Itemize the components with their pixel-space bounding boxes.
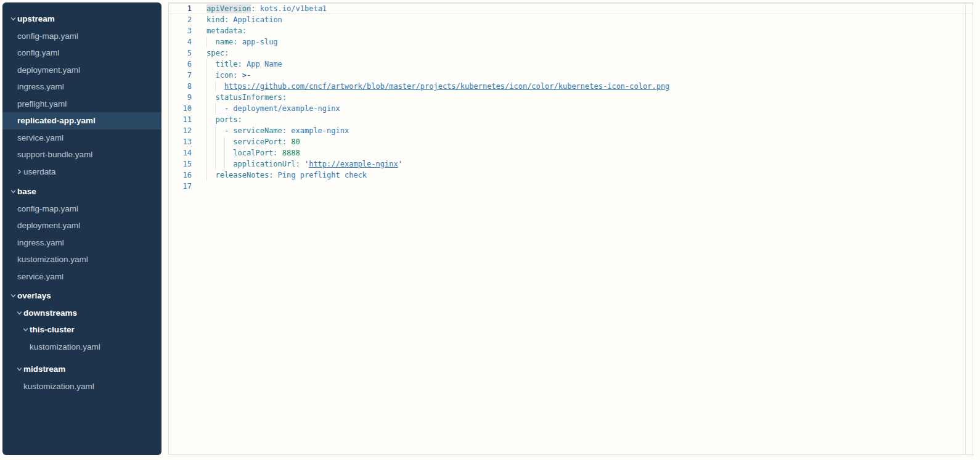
tree-file-service-yaml[interactable]: service.yaml [2, 268, 161, 285]
tree-file-kustomization-yaml[interactable]: kustomization.yaml [2, 339, 161, 356]
tree-file-replicated-app-yaml[interactable]: replicated-app.yaml [2, 112, 161, 129]
tree-file-ingress-yaml[interactable]: ingress.yaml [2, 78, 161, 96]
code-line-2[interactable]: 2kind: Application [169, 14, 973, 25]
tree-folder-this-cluster[interactable]: this-cluster [2, 321, 161, 339]
indent-guide [206, 125, 215, 136]
tree-item-label: midstream [23, 364, 65, 374]
tree-file-kustomization-yaml[interactable]: kustomization.yaml [2, 251, 161, 268]
code-line-17[interactable]: 17 [169, 181, 973, 192]
line-number: 8 [169, 81, 192, 92]
tree-folder-midstream[interactable]: midstream [2, 361, 161, 378]
token-num: 8888 [282, 149, 300, 157]
tree-item-label: userdata [23, 167, 56, 176]
code-line-9[interactable]: 9statusInformers: [169, 92, 973, 103]
indent-guide [206, 147, 215, 158]
indent-guide [206, 81, 215, 92]
code-line-7[interactable]: 7icon: >- [169, 70, 973, 81]
tree-item-label: replicated-app.yaml [17, 116, 96, 125]
code-line-11[interactable]: 11ports: [169, 114, 973, 125]
code-editor[interactable]: 1apiVersion: kots.io/v1beta12kind: Appli… [169, 3, 973, 454]
tree-file-deployment-yaml[interactable]: deployment.yaml [2, 217, 161, 234]
token-plain [300, 160, 304, 168]
code-line-16[interactable]: 16releaseNotes: Ping preflight check [169, 170, 973, 181]
tree-file-config-map-yaml[interactable]: config-map.yaml [2, 28, 161, 45]
token-val: example-nginx [291, 126, 349, 135]
tree-file-deployment-yaml[interactable]: deployment.yaml [2, 62, 161, 79]
tree-file-service-yaml[interactable]: service.yaml [2, 129, 161, 147]
tree-item-label: overlays [17, 291, 51, 300]
tree-folder-overlays[interactable]: overlays [2, 287, 161, 305]
file-tree-sidebar: upstreamconfig-map.yamlconfig.yamldeploy… [2, 2, 161, 455]
token-plain [238, 71, 242, 80]
tree-file-config-map-yaml[interactable]: config-map.yaml [2, 200, 161, 218]
code-line-3[interactable]: 3metadata: [169, 25, 973, 36]
url-link[interactable]: https://github.com/cncf/artwork/blob/mas… [224, 82, 669, 91]
token-punct: ' [398, 160, 402, 168]
token-val: Application [233, 15, 282, 24]
token-punct: - [224, 104, 233, 113]
indent-guide [206, 70, 215, 81]
token-plain [273, 171, 277, 179]
code-line-14[interactable]: 14localPort: 8888 [169, 147, 973, 158]
tree-item-label: base [17, 187, 36, 196]
line-number: 9 [169, 92, 192, 103]
indent-guide [206, 92, 215, 103]
line-number: 5 [169, 47, 192, 59]
indent-guide [215, 147, 224, 158]
token-key: serviceName: [233, 126, 287, 135]
tree-file-kustomization-yaml[interactable]: kustomization.yaml [2, 378, 161, 395]
tree-folder-base[interactable]: base [2, 183, 161, 200]
code-line-4[interactable]: 4name: app-slug [169, 36, 973, 47]
chevron-down-icon [10, 293, 17, 298]
tree-item-label: deployment.yaml [17, 65, 80, 75]
line-number: 7 [169, 70, 192, 81]
tree-item-label: ingress.yaml [17, 238, 64, 247]
indent-guide [224, 158, 233, 170]
token-key: apiVersion [206, 4, 251, 13]
indent-guide [206, 114, 215, 125]
code-line-1[interactable]: 1apiVersion: kots.io/v1beta1 [169, 3, 973, 14]
chevron-down-icon [10, 189, 17, 194]
token-val: App Name [247, 60, 282, 68]
line-number: 16 [169, 170, 192, 181]
indent-guide [215, 125, 224, 136]
code-line-5[interactable]: 5spec: [169, 47, 973, 59]
token-num: 80 [291, 138, 300, 146]
tree-file-ingress-yaml[interactable]: ingress.yaml [2, 234, 161, 252]
code-line-15[interactable]: 15applicationUrl: 'http://example-nginx' [169, 158, 973, 170]
tree-item-label: service.yaml [17, 272, 63, 281]
tree-item-label: this-cluster [30, 325, 75, 334]
code-line-6[interactable]: 6title: App Name [169, 59, 973, 70]
tree-folder-upstream[interactable]: upstream [2, 10, 161, 28]
indent-guide [206, 158, 215, 170]
line-number: 15 [169, 158, 192, 170]
indent-guide [224, 136, 233, 147]
tree-folder-downstreams[interactable]: downstreams [2, 305, 161, 322]
tree-file-preflight-yaml[interactable]: preflight.yaml [2, 96, 161, 113]
indent-guide [224, 147, 233, 158]
tree-file-config-yaml[interactable]: config.yaml [2, 44, 161, 62]
token-key: metadata: [206, 27, 247, 35]
token-plain [238, 38, 242, 46]
tree-file-support-bundle-yaml[interactable]: support-bundle.yaml [2, 146, 161, 163]
token-plain [255, 4, 259, 13]
line-number: 12 [169, 125, 192, 136]
code-line-8[interactable]: 8https://github.com/cncf/artwork/blob/ma… [169, 81, 973, 92]
tree-item-label: support-bundle.yaml [17, 150, 92, 159]
token-key: kind: [206, 15, 229, 24]
token-key: releaseNotes: [215, 171, 273, 179]
line-number: 14 [169, 147, 192, 158]
code-line-13[interactable]: 13servicePort: 80 [169, 136, 973, 147]
indent-guide [215, 158, 224, 170]
line-number: 13 [169, 136, 192, 147]
token-plain [278, 149, 282, 157]
indent-guide [206, 103, 215, 114]
code-line-10[interactable]: 10- deployment/example-nginx [169, 103, 973, 114]
code-line-12[interactable]: 12- serviceName: example-nginx [169, 125, 973, 136]
tree-item-label: ingress.yaml [17, 82, 64, 91]
tree-item-label: config-map.yaml [17, 31, 78, 41]
url-link[interactable]: http://example-nginx [309, 160, 398, 168]
tree-folder-userdata[interactable]: userdata [2, 163, 161, 181]
tree-item-label: config-map.yaml [17, 204, 78, 213]
token-key: statusInformers: [215, 93, 287, 102]
